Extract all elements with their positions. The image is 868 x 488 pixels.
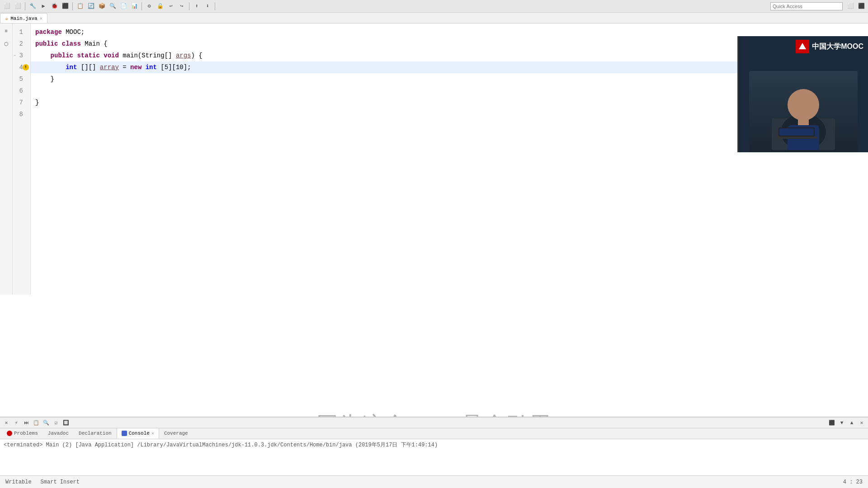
toolbar-icon-2[interactable]: ⬜: [13, 1, 23, 11]
tab-label: Main.java: [10, 16, 37, 21]
bt-icon-3[interactable]: 📋: [32, 418, 41, 427]
tab-close-button[interactable]: ✕: [40, 16, 42, 21]
bottom-panel: ✕ ⚡ ⏭ 📋 🔍 ☑ 🔲 ⬛ ▼ ▲ ✕ Problems Javadoc D…: [0, 417, 868, 475]
toolbar-icon-19[interactable]: ⬛: [856, 1, 866, 11]
bt-icon-4[interactable]: 🔍: [42, 418, 51, 427]
tab-coverage[interactable]: Coverage: [159, 428, 193, 439]
toolbar-icon-1[interactable]: ⬜: [2, 1, 12, 11]
toolbar-icon-15[interactable]: ↪: [177, 1, 187, 11]
console-text: <terminated> Main (2) [Java Application]…: [4, 442, 438, 448]
toolbar-icon-14[interactable]: ↩: [166, 1, 176, 11]
bt-icon-collapse[interactable]: ▼: [837, 418, 846, 427]
bottom-toolbar: ✕ ⚡ ⏭ 📋 🔍 ☑ 🔲 ⬛ ▼ ▲ ✕: [0, 418, 868, 428]
toolbar-icon-17[interactable]: ⬇: [203, 1, 212, 11]
tab-javadoc[interactable]: Javadoc: [43, 428, 74, 439]
bt-icon-expand[interactable]: ▲: [847, 418, 856, 427]
console-icon: [122, 431, 127, 436]
problems-icon: [7, 431, 12, 436]
bottom-tabs: Problems Javadoc Declaration Console ✕ C…: [0, 428, 868, 439]
bt-icon-6[interactable]: 🔲: [61, 418, 71, 427]
svg-rect-5: [776, 136, 817, 139]
bt-icon-1[interactable]: ✕: [2, 418, 11, 427]
toolbar-icon-10[interactable]: 📄: [118, 1, 128, 11]
bt-icon-2[interactable]: ⚡: [12, 418, 21, 427]
bt-icon-skip[interactable]: ⏭: [22, 418, 31, 427]
tab-problems[interactable]: Problems: [2, 428, 43, 439]
toolbar: ⬜ ⬜ 🔧 ▶ 🐞 ⬛ 📋 🔄 📦 🔍 📄 📊 ⚙ 🔒 ↩ ↪ ⬆ ⬇ ⬜ ⬛: [0, 0, 868, 13]
console-output: <terminated> Main (2) [Java Application]…: [0, 439, 868, 450]
bt-icon-close[interactable]: ✕: [857, 418, 866, 427]
svg-point-2: [788, 89, 819, 121]
svg-rect-7: [779, 128, 814, 136]
mooc-logo: 中国大学MOOC: [796, 40, 863, 53]
toolbar-icon-7[interactable]: 🔄: [86, 1, 96, 11]
toolbar-icon-debug[interactable]: 🐞: [49, 1, 59, 11]
tab-java-icon: ☕: [5, 15, 8, 22]
warning-icon: !: [23, 64, 29, 70]
toolbar-icon-5[interactable]: ⬛: [60, 1, 70, 11]
toolbar-icon-18[interactable]: ⬜: [845, 1, 855, 11]
tab-bar: ☕ Main.java ✕: [0, 13, 868, 23]
left-gutter: ≡ ⬡: [0, 23, 13, 295]
toolbar-icon-13[interactable]: 🔒: [155, 1, 165, 11]
tab-declaration[interactable]: Declaration: [74, 428, 117, 439]
console-tab-close[interactable]: ✕: [151, 431, 154, 436]
toolbar-icon-3[interactable]: 🔧: [28, 1, 38, 11]
toolbar-icon-8[interactable]: 📦: [97, 1, 107, 11]
video-overlay: 中国大学MOOC: [737, 36, 868, 152]
toolbar-icon-6[interactable]: 📋: [75, 1, 85, 11]
line-numbers: 1 2 3 – 4 5 6 7 8: [13, 23, 31, 295]
hierarchy-icon[interactable]: ⬡: [2, 40, 10, 48]
outline-icon[interactable]: ≡: [2, 27, 10, 35]
mooc-logo-icon: [796, 40, 809, 53]
toolbar-icon-12[interactable]: ⚙: [144, 1, 154, 11]
toolbar-icon-16[interactable]: ⬆: [192, 1, 202, 11]
kw-package: package: [35, 26, 66, 38]
toolbar-icon-11[interactable]: 📊: [129, 1, 139, 11]
mooc-logo-text: 中国大学MOOC: [812, 42, 863, 52]
status-bar: Writable Smart Insert 4 : 23: [0, 475, 868, 488]
tab-main-java[interactable]: ☕ Main.java ✕: [0, 13, 47, 23]
bt-icon-7[interactable]: ⬛: [827, 418, 836, 427]
quick-access-input[interactable]: [770, 2, 843, 10]
main-area: ≡ ⬡ 1 2 3 – 4 5 6 7 8: [0, 23, 868, 295]
status-writable: Writable: [5, 479, 32, 485]
bt-icon-5[interactable]: ☑: [52, 418, 61, 427]
person-area: [738, 59, 868, 152]
status-smart-insert: Smart Insert: [41, 479, 80, 485]
toolbar-icon-run[interactable]: ▶: [38, 1, 48, 11]
tab-console[interactable]: Console ✕: [117, 428, 159, 439]
status-position: 4 : 23: [843, 479, 863, 485]
toolbar-icon-9[interactable]: 🔍: [108, 1, 118, 11]
